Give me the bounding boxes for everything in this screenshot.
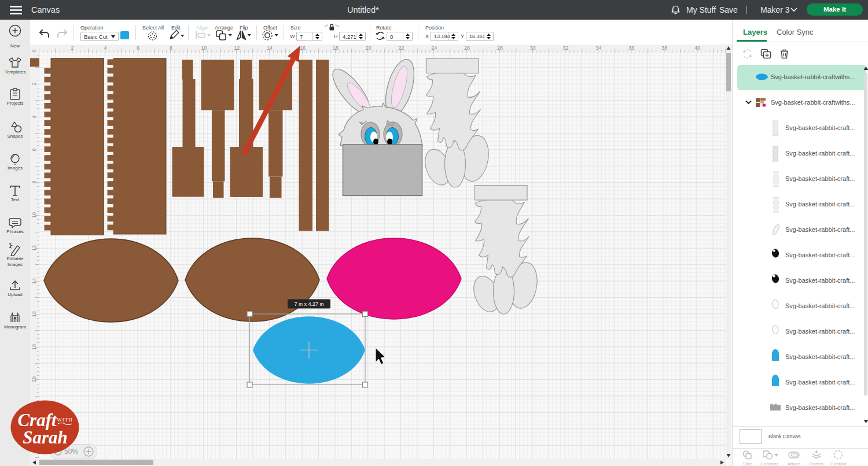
svg-text:Sarah: Sarah (23, 427, 68, 447)
svg-text:WITH: WITH (57, 417, 73, 423)
